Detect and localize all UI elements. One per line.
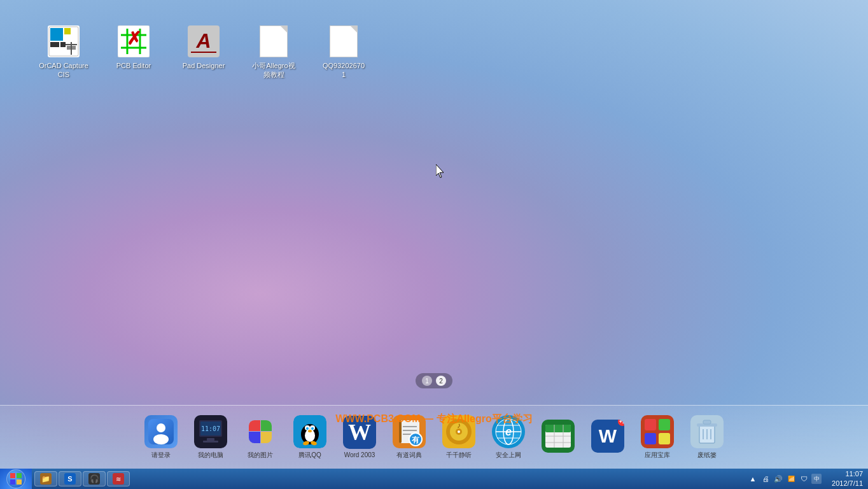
svg-point-35 xyxy=(308,430,312,432)
appstore-label: 应用宝库 xyxy=(645,451,670,460)
desktop-icon-pad[interactable]: A Pad Designer xyxy=(178,25,229,80)
svg-rect-71 xyxy=(645,419,656,430)
pad-label: Pad Designer xyxy=(183,61,225,70)
svg-point-52 xyxy=(458,430,460,433)
tray-input[interactable]: 中 xyxy=(811,474,822,484)
page-2[interactable]: 2 xyxy=(436,376,446,386)
svg-text:W: W xyxy=(599,425,617,446)
dock-item-office[interactable] xyxy=(535,420,581,455)
taskbar-headphone[interactable]: 🎧 xyxy=(83,471,106,486)
desktop-icon-orcad[interactable]: OrCAD Capture CIS xyxy=(38,25,89,80)
dock-item-trash[interactable]: 废纸篓 xyxy=(684,415,730,460)
svg-rect-82 xyxy=(10,473,15,478)
clock-time: 11:07 xyxy=(832,469,863,479)
svg-rect-9 xyxy=(72,46,76,50)
svg-text:A: A xyxy=(195,29,211,52)
page-1[interactable]: 1 xyxy=(422,376,432,386)
dict-label: 有道词典 xyxy=(396,451,422,460)
svg-rect-78 xyxy=(703,420,711,424)
taskbar-sogou[interactable]: S xyxy=(59,471,81,486)
desktop-icon-qq-file[interactable]: QQ932026701 xyxy=(318,25,369,80)
svg-point-20 xyxy=(157,423,165,432)
svg-rect-2 xyxy=(50,28,63,41)
start-button[interactable] xyxy=(0,469,32,489)
dock-item-music[interactable]: ♪ 千千静听 xyxy=(436,415,482,460)
svg-rect-63 xyxy=(545,425,571,432)
svg-text:✗: ✗ xyxy=(127,29,141,48)
taskbar-quick-launch: 📁 S 🎧 ≋ xyxy=(32,471,743,486)
svg-rect-42 xyxy=(399,420,402,443)
svg-text:11:07: 11:07 xyxy=(201,425,220,432)
svg-rect-27 xyxy=(203,441,218,443)
svg-rect-73 xyxy=(645,433,656,444)
svg-rect-83 xyxy=(17,473,22,478)
system-tray: ▲ 🖨 🔊 📶 🛡 中 xyxy=(743,474,827,484)
contacts-label: 请登录 xyxy=(151,451,171,460)
dock-item-dict[interactable]: 有 有道词典 xyxy=(386,415,432,460)
svg-text:e: e xyxy=(505,425,512,438)
svg-text:W: W xyxy=(348,420,371,445)
video-label: 小哥Allegro视频教程 xyxy=(252,61,295,80)
trash-label: 废纸篓 xyxy=(697,451,717,460)
desktop: OrCAD Capture CIS ✗ PCB Editor xyxy=(0,0,868,489)
svg-text:♪: ♪ xyxy=(457,421,461,430)
svg-rect-4 xyxy=(50,42,59,47)
mypc-label: 我的电脑 xyxy=(198,451,223,460)
taskbar-pcb[interactable]: ≋ xyxy=(107,471,130,486)
taskbar-explorer[interactable]: 📁 xyxy=(34,471,57,486)
svg-rect-84 xyxy=(10,479,15,485)
qq-label: 腾讯QQ xyxy=(298,451,321,460)
clock-date: 2012/7/11 xyxy=(832,479,863,488)
notification-badge: +2 xyxy=(618,420,624,426)
svg-marker-86 xyxy=(436,164,444,178)
tray-network[interactable]: 📶 xyxy=(786,474,796,484)
system-clock[interactable]: 11:07 2012/7/11 xyxy=(827,469,868,489)
tray-print[interactable]: 🖨 xyxy=(760,474,771,484)
svg-rect-26 xyxy=(207,438,214,441)
svg-point-34 xyxy=(311,427,314,430)
word-label: Word 2003 xyxy=(344,451,375,458)
svg-rect-85 xyxy=(17,479,22,485)
desktop-icon-video[interactable]: 小哥Allegro视频教程 xyxy=(248,25,299,80)
dock-item-photos[interactable]: 我的图片 xyxy=(237,415,283,460)
desktop-icon-pcb[interactable]: ✗ PCB Editor xyxy=(108,25,159,80)
ie-label: 安全上网 xyxy=(496,451,521,460)
qqfile-label: QQ932026701 xyxy=(323,61,365,80)
dock-item-qq[interactable]: 腾讯QQ xyxy=(287,415,333,460)
application-dock: 请登录 11:07 我的电脑 xyxy=(0,405,868,469)
tray-shield[interactable]: 🛡 xyxy=(799,474,809,484)
music-label: 千千静听 xyxy=(446,451,472,460)
svg-rect-5 xyxy=(60,42,66,47)
dock-item-mypc[interactable]: 11:07 我的电脑 xyxy=(188,415,234,460)
tray-volume[interactable]: 🔊 xyxy=(773,474,783,484)
pcb-label: PCB Editor xyxy=(116,61,151,70)
page-indicator: 1 2 xyxy=(416,373,452,388)
svg-text:有: 有 xyxy=(411,436,420,444)
photos-label: 我的图片 xyxy=(248,451,273,460)
orcad-label: OrCAD Capture CIS xyxy=(38,61,89,80)
svg-rect-8 xyxy=(67,46,71,50)
taskbar: 📁 S 🎧 ≋ ▲ 🖨 🔊 📶 🛡 中 11:07 2012/7/11 xyxy=(0,469,868,489)
dock-item-contacts[interactable]: 请登录 xyxy=(138,415,184,460)
svg-rect-74 xyxy=(659,433,670,444)
svg-rect-72 xyxy=(659,419,670,430)
tray-arrow[interactable]: ▲ xyxy=(748,474,758,484)
dock-item-appstore[interactable]: 应用宝库 xyxy=(634,415,680,460)
start-orb[interactable] xyxy=(6,469,25,488)
svg-point-21 xyxy=(153,434,169,444)
svg-rect-3 xyxy=(64,28,71,34)
desktop-icons-area: OrCAD Capture CIS ✗ PCB Editor xyxy=(38,25,369,80)
dock-item-word[interactable]: W Word 2003 xyxy=(337,416,382,458)
mouse-cursor xyxy=(436,164,444,176)
dock-item-wordpro[interactable]: W +2 xyxy=(585,420,631,455)
svg-point-33 xyxy=(306,427,309,430)
dock-item-ie[interactable]: e 安全上网 xyxy=(486,415,531,460)
